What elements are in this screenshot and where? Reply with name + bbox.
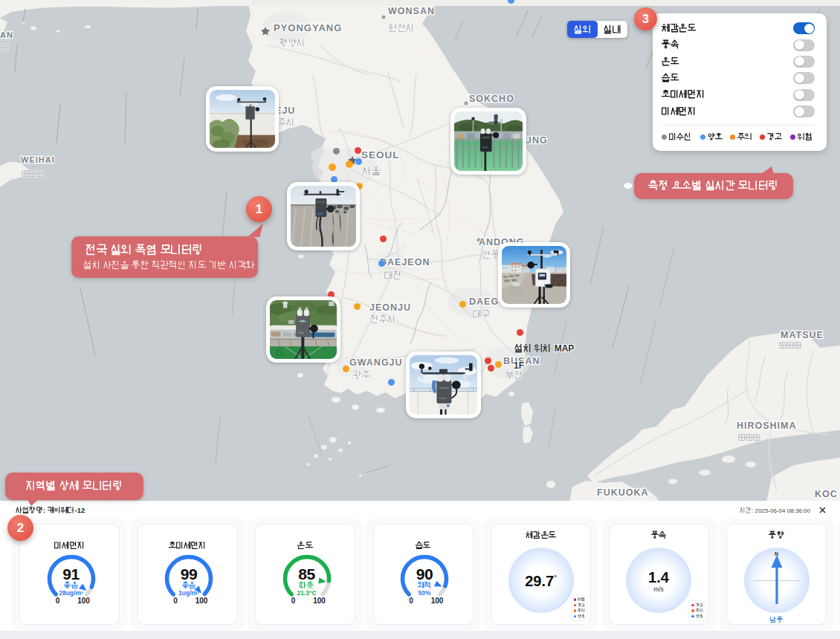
svg-text:DAEJEON: DAEJEON <box>380 257 430 267</box>
svg-text:GWANGJU: GWANGJU <box>349 357 403 368</box>
svg-text:AN: AN <box>0 30 13 39</box>
svg-text:FUKUOKA: FUKUOKA <box>597 487 649 498</box>
svg-text:SEOUL: SEOUL <box>361 149 400 160</box>
svg-text:HIROSHIMA: HIROSHIMA <box>737 421 797 431</box>
svg-text:PYONGYANG: PYONGYANG <box>274 22 342 33</box>
svg-text:WEIHAI: WEIHAI <box>21 155 55 164</box>
svg-text:WONSAN: WONSAN <box>388 6 435 16</box>
svg-text:KOC: KOC <box>815 489 838 499</box>
svg-text:MATSUE: MATSUE <box>781 330 824 340</box>
svg-text:JEONJU: JEONJU <box>369 302 411 313</box>
svg-text:SOKCHO: SOKCHO <box>469 94 514 104</box>
